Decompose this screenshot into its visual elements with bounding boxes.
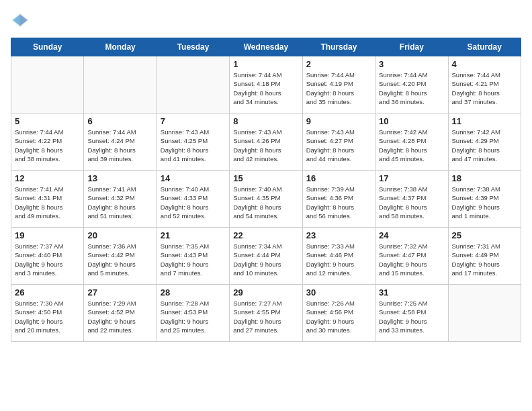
calendar-cell: 12Sunrise: 7:41 AM Sunset: 4:31 PM Dayli… bbox=[11, 171, 84, 228]
day-number: 19 bbox=[15, 230, 80, 240]
day-number: 27 bbox=[87, 287, 152, 298]
day-info: Sunrise: 7:29 AM Sunset: 4:52 PM Dayligh… bbox=[87, 299, 152, 334]
calendar-cell: 20Sunrise: 7:36 AM Sunset: 4:42 PM Dayli… bbox=[84, 228, 157, 285]
calendar-cell: 28Sunrise: 7:28 AM Sunset: 4:53 PM Dayli… bbox=[157, 285, 229, 342]
logo-icon bbox=[11, 11, 30, 30]
calendar-cell: 8Sunrise: 7:43 AM Sunset: 4:26 PM Daylig… bbox=[230, 113, 302, 171]
day-number: 24 bbox=[379, 230, 444, 240]
day-info: Sunrise: 7:41 AM Sunset: 4:32 PM Dayligh… bbox=[87, 185, 152, 220]
day-info: Sunrise: 7:36 AM Sunset: 4:42 PM Dayligh… bbox=[87, 242, 152, 277]
day-info: Sunrise: 7:44 AM Sunset: 4:19 PM Dayligh… bbox=[306, 71, 371, 106]
day-number: 3 bbox=[379, 59, 444, 69]
day-number: 5 bbox=[15, 116, 80, 126]
day-number: 11 bbox=[452, 116, 517, 126]
calendar-cell: 26Sunrise: 7:30 AM Sunset: 4:50 PM Dayli… bbox=[11, 285, 84, 342]
day-info: Sunrise: 7:44 AM Sunset: 4:21 PM Dayligh… bbox=[452, 71, 517, 106]
day-number: 6 bbox=[87, 116, 152, 126]
week-row-5: 26Sunrise: 7:30 AM Sunset: 4:50 PM Dayli… bbox=[11, 285, 521, 342]
day-info: Sunrise: 7:33 AM Sunset: 4:46 PM Dayligh… bbox=[306, 242, 371, 277]
calendar-cell: 29Sunrise: 7:27 AM Sunset: 4:55 PM Dayli… bbox=[230, 285, 302, 342]
calendar-cell: 17Sunrise: 7:38 AM Sunset: 4:37 PM Dayli… bbox=[375, 171, 448, 228]
day-number: 8 bbox=[233, 116, 298, 126]
day-number: 22 bbox=[233, 230, 298, 240]
day-number: 1 bbox=[233, 59, 298, 69]
day-number: 18 bbox=[452, 173, 517, 183]
week-row-2: 5Sunrise: 7:44 AM Sunset: 4:22 PM Daylig… bbox=[11, 113, 521, 171]
day-number: 14 bbox=[161, 173, 226, 183]
day-info: Sunrise: 7:30 AM Sunset: 4:50 PM Dayligh… bbox=[15, 299, 80, 334]
week-row-3: 12Sunrise: 7:41 AM Sunset: 4:31 PM Dayli… bbox=[11, 171, 521, 228]
day-info: Sunrise: 7:42 AM Sunset: 4:29 PM Dayligh… bbox=[452, 128, 517, 163]
calendar-cell: 27Sunrise: 7:29 AM Sunset: 4:52 PM Dayli… bbox=[84, 285, 157, 342]
day-number: 9 bbox=[306, 116, 371, 126]
day-header-friday: Friday bbox=[375, 38, 448, 56]
calendar-cell: 14Sunrise: 7:40 AM Sunset: 4:33 PM Dayli… bbox=[157, 171, 229, 228]
day-number: 28 bbox=[161, 287, 226, 298]
calendar-cell bbox=[84, 56, 157, 113]
day-header-sunday: Sunday bbox=[11, 38, 84, 56]
day-number: 13 bbox=[87, 173, 152, 183]
calendar-cell: 21Sunrise: 7:35 AM Sunset: 4:43 PM Dayli… bbox=[157, 228, 229, 285]
calendar-cell: 15Sunrise: 7:40 AM Sunset: 4:35 PM Dayli… bbox=[230, 171, 302, 228]
day-number: 26 bbox=[15, 287, 80, 298]
day-number: 30 bbox=[306, 287, 371, 298]
day-header-monday: Monday bbox=[84, 38, 157, 56]
calendar-cell bbox=[157, 56, 229, 113]
calendar-cell: 16Sunrise: 7:39 AM Sunset: 4:36 PM Dayli… bbox=[302, 171, 375, 228]
day-info: Sunrise: 7:41 AM Sunset: 4:31 PM Dayligh… bbox=[15, 185, 80, 220]
calendar-cell bbox=[11, 56, 84, 113]
calendar-cell: 30Sunrise: 7:26 AM Sunset: 4:56 PM Dayli… bbox=[302, 285, 375, 342]
day-info: Sunrise: 7:26 AM Sunset: 4:56 PM Dayligh… bbox=[306, 299, 371, 334]
day-info: Sunrise: 7:28 AM Sunset: 4:53 PM Dayligh… bbox=[161, 299, 226, 334]
day-info: Sunrise: 7:38 AM Sunset: 4:39 PM Dayligh… bbox=[452, 185, 517, 220]
day-info: Sunrise: 7:42 AM Sunset: 4:28 PM Dayligh… bbox=[379, 128, 444, 163]
day-info: Sunrise: 7:43 AM Sunset: 4:26 PM Dayligh… bbox=[233, 128, 298, 163]
day-number: 12 bbox=[15, 173, 80, 183]
day-info: Sunrise: 7:44 AM Sunset: 4:22 PM Dayligh… bbox=[15, 128, 80, 163]
day-info: Sunrise: 7:38 AM Sunset: 4:37 PM Dayligh… bbox=[379, 185, 444, 220]
day-info: Sunrise: 7:34 AM Sunset: 4:44 PM Dayligh… bbox=[233, 242, 298, 277]
logo bbox=[11, 11, 32, 30]
day-header-thursday: Thursday bbox=[302, 38, 375, 56]
calendar-cell: 1Sunrise: 7:44 AM Sunset: 4:18 PM Daylig… bbox=[230, 56, 302, 113]
day-info: Sunrise: 7:40 AM Sunset: 4:33 PM Dayligh… bbox=[161, 185, 226, 220]
day-number: 23 bbox=[306, 230, 371, 240]
day-number: 29 bbox=[233, 287, 298, 298]
day-number: 7 bbox=[161, 116, 226, 126]
calendar-cell: 6Sunrise: 7:44 AM Sunset: 4:24 PM Daylig… bbox=[84, 113, 157, 171]
day-info: Sunrise: 7:32 AM Sunset: 4:47 PM Dayligh… bbox=[379, 242, 444, 277]
day-number: 10 bbox=[379, 116, 444, 126]
day-header-tuesday: Tuesday bbox=[157, 38, 229, 56]
day-number: 31 bbox=[379, 287, 444, 298]
day-info: Sunrise: 7:39 AM Sunset: 4:36 PM Dayligh… bbox=[306, 185, 371, 220]
day-info: Sunrise: 7:40 AM Sunset: 4:35 PM Dayligh… bbox=[233, 185, 298, 220]
day-info: Sunrise: 7:44 AM Sunset: 4:20 PM Dayligh… bbox=[379, 71, 444, 106]
header-row: SundayMondayTuesdayWednesdayThursdayFrid… bbox=[11, 38, 521, 56]
day-number: 21 bbox=[161, 230, 226, 240]
day-number: 2 bbox=[306, 59, 371, 69]
calendar-cell: 25Sunrise: 7:31 AM Sunset: 4:49 PM Dayli… bbox=[448, 228, 521, 285]
calendar-cell: 19Sunrise: 7:37 AM Sunset: 4:40 PM Dayli… bbox=[11, 228, 84, 285]
day-info: Sunrise: 7:44 AM Sunset: 4:24 PM Dayligh… bbox=[87, 128, 152, 163]
day-number: 15 bbox=[233, 173, 298, 183]
day-number: 4 bbox=[452, 59, 517, 69]
calendar-cell: 4Sunrise: 7:44 AM Sunset: 4:21 PM Daylig… bbox=[448, 56, 521, 113]
calendar-cell: 10Sunrise: 7:42 AM Sunset: 4:28 PM Dayli… bbox=[375, 113, 448, 171]
calendar-cell: 11Sunrise: 7:42 AM Sunset: 4:29 PM Dayli… bbox=[448, 113, 521, 171]
calendar-cell: 24Sunrise: 7:32 AM Sunset: 4:47 PM Dayli… bbox=[375, 228, 448, 285]
calendar-cell: 9Sunrise: 7:43 AM Sunset: 4:27 PM Daylig… bbox=[302, 113, 375, 171]
calendar-cell: 31Sunrise: 7:25 AM Sunset: 4:58 PM Dayli… bbox=[375, 285, 448, 342]
day-number: 20 bbox=[87, 230, 152, 240]
calendar-table: SundayMondayTuesdayWednesdayThursdayFrid… bbox=[11, 38, 521, 342]
calendar-cell: 2Sunrise: 7:44 AM Sunset: 4:19 PM Daylig… bbox=[302, 56, 375, 113]
day-info: Sunrise: 7:43 AM Sunset: 4:27 PM Dayligh… bbox=[306, 128, 371, 163]
day-info: Sunrise: 7:44 AM Sunset: 4:18 PM Dayligh… bbox=[233, 71, 298, 106]
day-info: Sunrise: 7:35 AM Sunset: 4:43 PM Dayligh… bbox=[161, 242, 226, 277]
day-info: Sunrise: 7:27 AM Sunset: 4:55 PM Dayligh… bbox=[233, 299, 298, 334]
day-info: Sunrise: 7:31 AM Sunset: 4:49 PM Dayligh… bbox=[452, 242, 517, 277]
day-number: 16 bbox=[306, 173, 371, 183]
calendar-cell: 23Sunrise: 7:33 AM Sunset: 4:46 PM Dayli… bbox=[302, 228, 375, 285]
calendar-cell: 7Sunrise: 7:43 AM Sunset: 4:25 PM Daylig… bbox=[157, 113, 229, 171]
week-row-4: 19Sunrise: 7:37 AM Sunset: 4:40 PM Dayli… bbox=[11, 228, 521, 285]
day-info: Sunrise: 7:37 AM Sunset: 4:40 PM Dayligh… bbox=[15, 242, 80, 277]
